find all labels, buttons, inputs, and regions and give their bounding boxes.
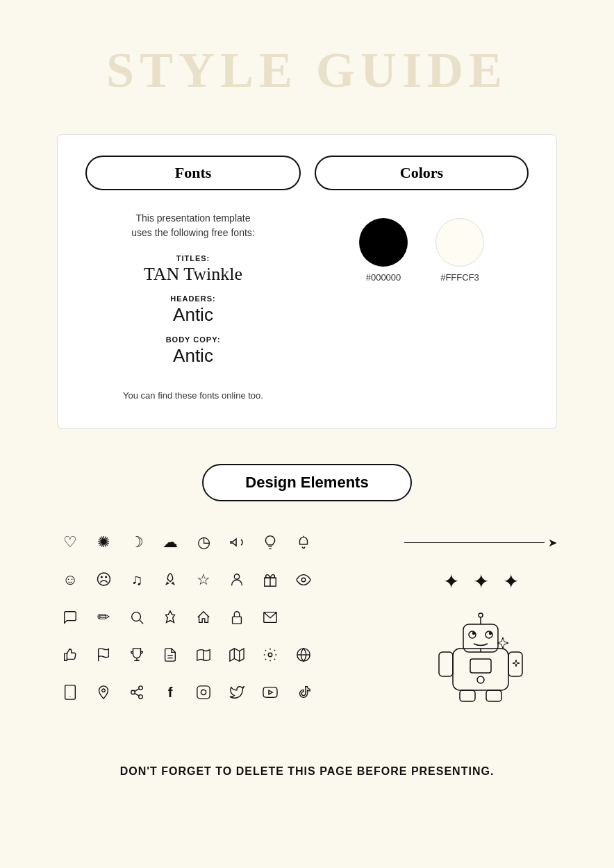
cloud-icon: ☁ (157, 529, 183, 556)
sad-icon: ☹ (90, 567, 117, 593)
facebook-icon: f (157, 679, 183, 706)
youtube-icon (257, 679, 283, 706)
watermark-title: STYLE GUIDE (0, 28, 614, 113)
thumbsup-icon (57, 642, 83, 668)
arrow-line: ➤ (404, 536, 557, 549)
person-icon (224, 567, 250, 593)
magnify-icon (124, 604, 150, 631)
svg-point-15 (268, 653, 272, 657)
line-body (404, 542, 545, 543)
icons-row-3: ✏ (57, 604, 390, 631)
bell-icon (290, 529, 317, 556)
body-font-name: Antic (166, 345, 221, 367)
svg-point-20 (102, 689, 106, 692)
fonts-footer: You can find these fonts online too. (123, 390, 263, 401)
svg-point-22 (131, 690, 135, 694)
map-icon (224, 642, 250, 668)
flag-icon (90, 642, 117, 668)
color-swatch-cream: #FFFCF3 (435, 218, 484, 283)
document-icon (157, 642, 183, 668)
gift-icon (257, 567, 283, 593)
svg-rect-18 (65, 685, 76, 699)
design-elements-button[interactable]: Design Elements (202, 464, 411, 501)
chat-icon (57, 604, 83, 631)
gear-icon (257, 642, 283, 668)
icons-grid: ♡ ✺ ☽ ☁ ◷ ☺ (57, 529, 390, 717)
svg-line-24 (135, 693, 139, 696)
titles-label: TITLES: (144, 254, 242, 262)
instagram-icon (190, 679, 217, 706)
svg-rect-38 (439, 652, 453, 676)
music-icon: ♫ (124, 567, 150, 593)
svg-rect-30 (463, 624, 498, 652)
svg-point-3 (301, 578, 306, 582)
headers-entry: HEADERS: Antic (170, 294, 215, 326)
robot-illustration (432, 607, 529, 704)
headers-font-name: Antic (170, 304, 215, 326)
titles-font-name: TAN Twinkle (144, 264, 242, 285)
color-swatch-black: #000000 (359, 218, 408, 283)
arrow-tip-icon: ➤ (548, 536, 557, 549)
footer-text: DON'T FORGET TO DELETE THIS PAGE BEFORE … (120, 765, 495, 778)
twitter-icon (224, 679, 250, 706)
lightbulb-icon (257, 529, 283, 556)
svg-point-21 (139, 686, 143, 690)
rocket-icon (157, 567, 183, 593)
body-label: BODY COPY: (166, 335, 221, 344)
star-icon: ☆ (190, 567, 217, 593)
sparkles-row: ✦ ✦ ✦ (443, 570, 519, 593)
icons-area: ♡ ✺ ☽ ☁ ◷ ☺ (57, 529, 557, 717)
phone-icon (57, 679, 83, 706)
sparkle-icon-3: ✦ (503, 570, 519, 593)
colors-tab-button[interactable]: Colors (315, 156, 529, 190)
moon-icon: ☽ (124, 529, 150, 556)
smile-icon: ☺ (57, 567, 83, 593)
icons-row-2: ☺ ☹ ♫ ☆ (57, 567, 390, 593)
location-icon (90, 679, 117, 706)
eye-icon (290, 567, 317, 593)
trophy-icon (124, 642, 150, 668)
pencil-icon: ✏ (90, 604, 117, 631)
icons-row-5: f (57, 679, 390, 706)
card-header: Fonts Colors (85, 156, 529, 190)
svg-line-5 (140, 620, 143, 624)
share-icon (124, 679, 150, 706)
svg-line-25 (135, 689, 139, 692)
sun-icon: ✺ (90, 529, 117, 556)
cream-hex: #FFFCF3 (440, 272, 479, 283)
sparkle-icon-2: ✦ (473, 570, 489, 593)
headers-label: HEADERS: (170, 294, 215, 303)
svg-point-43 (477, 676, 484, 683)
mail-icon (257, 604, 283, 631)
tiktok-icon (290, 679, 317, 706)
page-wrapper: STYLE GUIDE Fonts Colors This presentati… (0, 0, 614, 868)
svg-rect-6 (233, 617, 242, 624)
fonts-intro: This presentation template uses the foll… (131, 211, 254, 240)
decorative-section: ➤ ✦ ✦ ✦ (404, 529, 557, 717)
fonts-section: This presentation template uses the foll… (85, 211, 301, 401)
svg-point-4 (132, 612, 141, 621)
body-entry: BODY COPY: Antic (166, 335, 221, 367)
main-card: Fonts Colors This presentation template … (57, 134, 557, 429)
heart-icon: ♡ (57, 529, 83, 556)
svg-rect-41 (486, 690, 501, 701)
home-icon (190, 604, 217, 631)
sparkle-icon-1: ✦ (443, 570, 459, 593)
clock-icon: ◷ (190, 529, 217, 556)
lock-icon (224, 604, 250, 631)
globe-icon (290, 642, 317, 668)
black-hex: #000000 (366, 272, 401, 283)
pin-icon (157, 604, 183, 631)
svg-rect-29 (453, 649, 508, 690)
colors-section: #000000 #FFFCF3 (315, 211, 529, 401)
design-elements-section: Design Elements ♡ ✺ ☽ ☁ ◷ (57, 464, 557, 717)
svg-point-23 (139, 695, 143, 699)
svg-rect-26 (197, 686, 210, 699)
svg-rect-40 (460, 690, 475, 701)
color-swatches: #000000 #FFFCF3 (359, 218, 484, 283)
black-circle (359, 218, 408, 267)
megaphone-icon (224, 529, 250, 556)
icons-row-4 (57, 642, 390, 668)
fonts-tab-button[interactable]: Fonts (85, 156, 301, 190)
svg-rect-42 (470, 659, 491, 673)
